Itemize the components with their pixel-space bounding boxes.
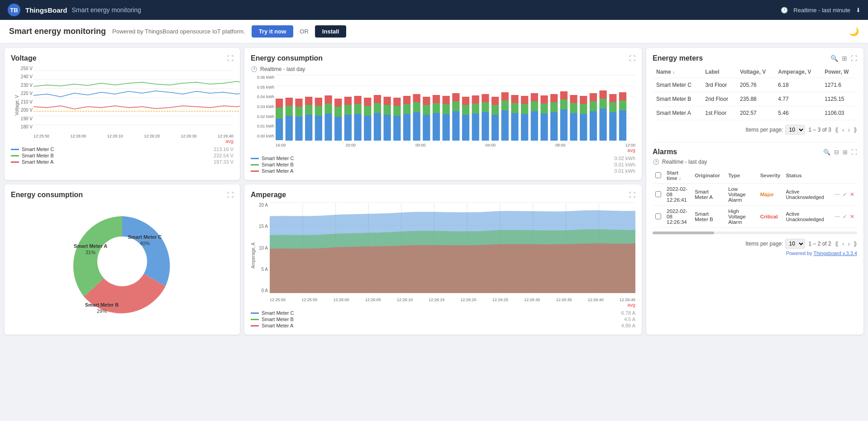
last-page-btn[interactable]: ⟫ [854, 126, 857, 133]
energy-bar-chart: 0.06 kWh0.05 kWh0.04 kWh0.03 kWh0.02 kWh… [251, 75, 635, 147]
filter-icon-alarms[interactable]: ⊟ [834, 149, 839, 156]
download-icon[interactable]: ⬇ [856, 7, 861, 14]
svg-rect-45 [364, 98, 371, 106]
alarm-clear-icon-1[interactable]: ✕ [850, 191, 854, 198]
col-voltage[interactable]: Voltage, V [736, 66, 774, 78]
pie-header: Energy consumption ⛶ [11, 191, 234, 199]
install-button[interactable]: Install [315, 25, 347, 38]
expand-icon-alarms[interactable]: ⛶ [851, 149, 857, 156]
search-icon-meters[interactable]: 🔍 [830, 55, 838, 62]
alarms-per-page-select[interactable]: 1025 [785, 239, 805, 249]
search-icon-alarms[interactable]: 🔍 [823, 149, 830, 156]
amperage-panel: Amperage ⛶ 20 A15 A10 A5 A0 A Amperage, … [244, 184, 642, 335]
alarm-ack-icon-1[interactable]: ✓ [843, 191, 847, 198]
svg-rect-93 [521, 96, 528, 104]
alarm-actions-1: ⋯ ✓ ✕ [835, 191, 854, 198]
amperage-title: Amperage [251, 191, 286, 199]
expand-icon-meters[interactable]: ⛶ [851, 55, 857, 62]
alarm-more-icon-1[interactable]: ⋯ [835, 191, 840, 198]
expand-icon-energy-top[interactable]: ⛶ [629, 55, 635, 62]
svg-rect-46 [374, 113, 381, 141]
first-page-btn[interactable]: ⟪ [835, 126, 839, 133]
svg-rect-109 [580, 114, 587, 141]
svg-rect-74 [462, 105, 469, 115]
meters-items-per-page: Items per page: 102550 [745, 125, 805, 135]
legend-color-a [11, 161, 19, 163]
legend-color-b [11, 155, 19, 156]
dark-mode-icon[interactable]: 🌙 [849, 27, 859, 37]
alarm-col-starttime[interactable]: Start time ↓ [664, 168, 692, 184]
alarms-prev-page[interactable]: ‹ [842, 240, 844, 247]
svg-rect-39 [344, 97, 352, 105]
svg-rect-21 [286, 98, 293, 106]
energy-top-legend: Smart Meter C 0.02 kWh Smart Meter B 0.0… [251, 156, 635, 174]
headerbar-left: Smart energy monitoring Powered by Thing… [9, 25, 346, 38]
svg-text:40%: 40% [140, 241, 150, 246]
alarms-header: Alarms 🔍 ⊟ ⊞ ⛶ [653, 148, 857, 156]
prev-page-btn[interactable]: ‹ [842, 126, 844, 133]
expand-icon-amperage[interactable]: ⛶ [629, 191, 635, 199]
col-label[interactable]: Label [701, 66, 736, 78]
alarm-col-type[interactable]: Type [725, 168, 757, 184]
svg-text:TB: TB [10, 7, 18, 14]
col-power[interactable]: Power, W [821, 66, 857, 78]
expand-icon-pie[interactable]: ⛶ [227, 191, 234, 199]
col-name[interactable]: Name ↓ [653, 66, 701, 78]
svg-rect-97 [540, 114, 548, 141]
svg-rect-60 [413, 94, 420, 102]
alarm-clear-icon-2[interactable]: ✕ [850, 213, 854, 220]
svg-rect-71 [452, 101, 459, 111]
alarms-last-page[interactable]: ⟫ [854, 240, 857, 247]
meter-name: Smart Meter C [653, 78, 701, 92]
svg-rect-114 [590, 93, 597, 101]
svg-rect-47 [374, 103, 381, 113]
voltage-title: Voltage [11, 54, 37, 62]
energy-meters-panel: Energy meters 🔍 ⊞ ⛶ Name ↓ Label Voltage… [646, 48, 863, 335]
energy-legend-b: Smart Meter B 0.01 kWh [251, 162, 635, 167]
items-per-page-select[interactable]: 102550 [785, 125, 805, 135]
alarms-table: Start time ↓ Originator Type Severity St… [653, 168, 857, 228]
thingsboard-link[interactable]: Thingsboard v.3.3.4 [814, 251, 857, 256]
alarms-icons: 🔍 ⊟ ⊞ ⛶ [823, 149, 857, 156]
svg-rect-59 [413, 102, 420, 112]
svg-rect-117 [600, 90, 607, 99]
svg-rect-62 [423, 105, 430, 115]
alarm-col-status[interactable]: Status [783, 168, 832, 184]
svg-rect-82 [491, 115, 499, 141]
svg-rect-72 [452, 93, 459, 101]
alarm-select-all[interactable] [655, 172, 661, 178]
svg-rect-111 [580, 96, 587, 104]
svg-rect-121 [619, 110, 626, 141]
amperage-avg-label: avg [251, 302, 635, 307]
col-amperage[interactable]: Amperage, V [774, 66, 821, 78]
svg-rect-99 [540, 95, 548, 104]
alarm-col-originator[interactable]: Originator [692, 168, 725, 184]
alarms-next-page[interactable]: › [848, 240, 850, 247]
dashboard: Voltage ⛶ Voltage, V [0, 43, 868, 339]
svg-rect-94 [531, 111, 538, 141]
pie-chart-svg: Smart Meter C 40% Smart Meter A 31% Smar… [59, 203, 186, 320]
alarm-more-icon-2[interactable]: ⋯ [835, 213, 840, 220]
alarm-checkbox-1[interactable] [655, 191, 661, 197]
next-page-btn[interactable]: › [848, 126, 850, 133]
try-it-now-button[interactable]: Try it now [252, 25, 294, 38]
voltage-chart-area: Voltage, V 250 V240 [11, 66, 234, 138]
svg-rect-68 [443, 104, 450, 114]
meters-icons: 🔍 ⊞ ⛶ [830, 55, 857, 62]
alarms-scrollbar[interactable] [653, 232, 857, 234]
columns-icon-meters[interactable]: ⊞ [842, 55, 847, 62]
meter-label: 2nd Floor [701, 92, 736, 106]
voltage-panel-icons: ⛶ [227, 55, 234, 62]
alarm-severity-2: Critical [758, 206, 783, 228]
svg-rect-89 [511, 103, 518, 113]
svg-rect-26 [305, 105, 312, 115]
columns-icon-alarms[interactable]: ⊞ [843, 149, 848, 156]
alarm-col-severity[interactable]: Severity [758, 168, 783, 184]
clock-icon-energy: 🕐 [251, 66, 258, 72]
alarm-ack-icon-2[interactable]: ✓ [843, 213, 847, 220]
alarm-checkbox-2[interactable] [655, 213, 661, 219]
expand-icon[interactable]: ⛶ [227, 55, 234, 62]
alarms-first-page[interactable]: ⟪ [835, 240, 839, 247]
alarm-actions-2: ⋯ ✓ ✕ [835, 213, 854, 220]
svg-rect-19 [286, 116, 293, 141]
